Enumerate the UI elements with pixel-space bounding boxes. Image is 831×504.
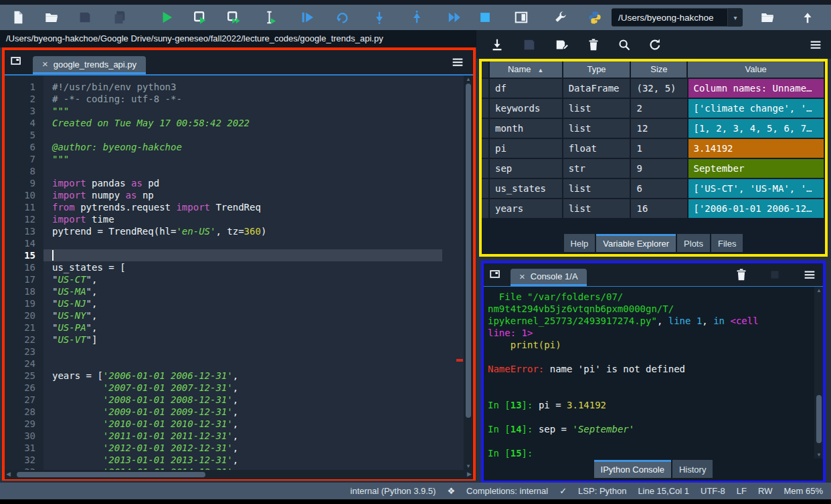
cell-name[interactable]: keywords xyxy=(490,99,562,118)
save-button[interactable] xyxy=(76,9,94,26)
cell-type[interactable]: float xyxy=(563,139,630,158)
stop-button[interactable] xyxy=(476,9,494,26)
scroll-up-icon[interactable]: ▲ xyxy=(464,76,473,82)
tab-files[interactable]: Files xyxy=(711,234,743,252)
panes-layout-button[interactable] xyxy=(513,9,530,26)
tab-ipython-console[interactable]: IPython Console xyxy=(594,460,671,478)
cell-val[interactable]: ['US-CT', 'US-MA', '… xyxy=(688,179,824,198)
parent-directory-button[interactable] xyxy=(799,9,816,26)
cell-type[interactable]: list xyxy=(563,179,630,198)
column-header-value[interactable]: Value xyxy=(688,61,824,78)
open-directory-button[interactable] xyxy=(759,9,776,26)
open-file-button[interactable] xyxy=(43,9,60,26)
console-output[interactable]: File "/var/folders/07/nm9t4t294vb5jz6vtq… xyxy=(484,287,823,459)
scroll-up-icon[interactable]: ▲ xyxy=(814,287,823,293)
cell-size[interactable]: (32, 5) xyxy=(631,79,686,98)
remove-all-variables-button[interactable] xyxy=(733,266,750,283)
cell-type[interactable]: DataFrame xyxy=(563,79,630,98)
cell-type[interactable]: list xyxy=(563,119,630,138)
console-options-icon[interactable] xyxy=(801,266,818,283)
tab-history[interactable]: History xyxy=(672,460,713,478)
import-data-button[interactable] xyxy=(488,36,506,53)
variable-row-month[interactable]: monthlist12[1, 2, 3, 4, 5, 6, 7… xyxy=(482,119,825,138)
cell-type[interactable]: str xyxy=(563,159,630,178)
code-area[interactable]: 1234567891011121314151617181920212223242… xyxy=(5,76,473,470)
tab-google-trends-api[interactable]: × google_trends_api.py xyxy=(33,56,146,74)
cell-size[interactable]: 9 xyxy=(631,159,686,178)
variable-row-pi[interactable]: pifloat13.14192 xyxy=(482,139,825,158)
search-button[interactable] xyxy=(616,36,633,53)
editor-options-icon[interactable] xyxy=(450,55,465,72)
refresh-button[interactable] xyxy=(646,36,664,53)
column-header-type[interactable]: Type xyxy=(563,61,630,78)
variable-row-years[interactable]: yearslist16['2006-01-01 2006-12… xyxy=(482,199,825,218)
scroll-right-icon[interactable]: ▶ xyxy=(467,471,472,477)
cell-val[interactable]: ['2006-01-01 2006-12… xyxy=(688,199,824,218)
variable-row-keywords[interactable]: keywordslist2['climate change', '… xyxy=(482,99,825,118)
editor-hscrollbar[interactable]: ◀ ▶ xyxy=(5,470,473,479)
save-data-as-button[interactable] xyxy=(553,36,571,53)
cell-val[interactable]: ['climate change', '… xyxy=(688,99,824,118)
cell-val[interactable]: September xyxy=(688,159,824,178)
tab-variable-explorer[interactable]: Variable Explorer xyxy=(596,234,676,252)
run-file-button[interactable] xyxy=(158,9,175,26)
options-button[interactable] xyxy=(807,36,824,53)
cell-val[interactable]: [1, 2, 3, 4, 5, 6, 7… xyxy=(688,119,824,138)
new-file-button[interactable] xyxy=(9,9,27,26)
tab-plots[interactable]: Plots xyxy=(677,234,710,252)
cell-size[interactable]: 12 xyxy=(631,119,686,138)
remove-variable-button[interactable] xyxy=(585,36,602,53)
cell-type[interactable]: list xyxy=(563,199,630,218)
continue-execution-button[interactable] xyxy=(446,9,463,26)
editor-vscrollbar[interactable]: ▲ ▼ xyxy=(464,76,473,470)
variable-row-df[interactable]: dfDataFrame(32, 5)Column names: Unname… xyxy=(482,79,825,98)
close-icon[interactable]: × xyxy=(42,58,48,70)
variable-row-sep[interactable]: sepstr9September xyxy=(482,159,825,178)
run-cell-advance-button[interactable] xyxy=(225,9,242,26)
column-header-size[interactable]: Size xyxy=(631,61,686,78)
cell-val[interactable]: Column names: Unname… xyxy=(688,79,824,98)
cell-type[interactable]: list xyxy=(563,99,630,118)
cell-name[interactable]: month xyxy=(490,119,562,138)
console-vscrollbar[interactable]: ▲ ▼ xyxy=(814,287,823,459)
save-all-button[interactable] xyxy=(111,9,128,26)
cell-size[interactable]: 1 xyxy=(631,139,686,158)
editor-hscrollbar-thumb[interactable] xyxy=(17,472,205,477)
line-number: 31 xyxy=(5,442,43,454)
tab-help[interactable]: Help xyxy=(564,234,595,252)
scroll-left-icon[interactable]: ◀ xyxy=(6,471,11,477)
scroll-down-icon[interactable]: ▼ xyxy=(464,463,473,469)
step-out-button[interactable] xyxy=(408,9,426,26)
column-header-name[interactable]: Name▲ xyxy=(490,61,562,78)
browse-tabs-icon[interactable] xyxy=(489,268,501,283)
debug-file-button[interactable] xyxy=(298,9,316,26)
run-cell-button[interactable] xyxy=(191,9,209,26)
cell-size[interactable]: 2 xyxy=(631,99,686,118)
cell-val[interactable]: 3.14192 xyxy=(688,139,824,158)
rerun-cell-button[interactable] xyxy=(333,9,351,26)
stop-kernel-button[interactable] xyxy=(766,266,783,283)
editor-vscrollbar-thumb[interactable] xyxy=(466,84,471,418)
cell-name[interactable]: years xyxy=(490,199,562,218)
cell-name[interactable]: pi xyxy=(490,139,562,158)
chevron-down-icon[interactable]: ▾ xyxy=(727,9,743,27)
preferences-button[interactable] xyxy=(551,9,569,26)
browse-tabs-icon[interactable] xyxy=(10,55,22,70)
cell-name[interactable]: sep xyxy=(490,159,562,178)
cell-size[interactable]: 6 xyxy=(631,179,686,198)
step-into-button[interactable] xyxy=(371,9,388,26)
variable-row-us_states[interactable]: us_stateslist6['US-CT', 'US-MA', '… xyxy=(482,179,825,198)
save-data-button[interactable] xyxy=(521,36,538,53)
scroll-down-icon[interactable]: ▼ xyxy=(814,452,823,458)
tab-console-1a[interactable]: × Console 1/A xyxy=(511,269,587,286)
run-selection-button[interactable] xyxy=(261,9,278,26)
python-interpreter-button[interactable] xyxy=(586,9,604,26)
close-icon[interactable]: × xyxy=(519,271,525,283)
cell-size[interactable]: 16 xyxy=(631,199,686,218)
console-vscrollbar-thumb[interactable] xyxy=(816,395,822,443)
cell-name[interactable]: df xyxy=(490,79,562,98)
cell-name[interactable]: us_states xyxy=(490,179,562,198)
code-line: '2010-01-01 2010-12-31', xyxy=(52,418,456,430)
working-directory-select[interactable]: /Users/byeong-hakchoe ▾ xyxy=(612,9,743,27)
line-number: 13 xyxy=(5,225,43,237)
